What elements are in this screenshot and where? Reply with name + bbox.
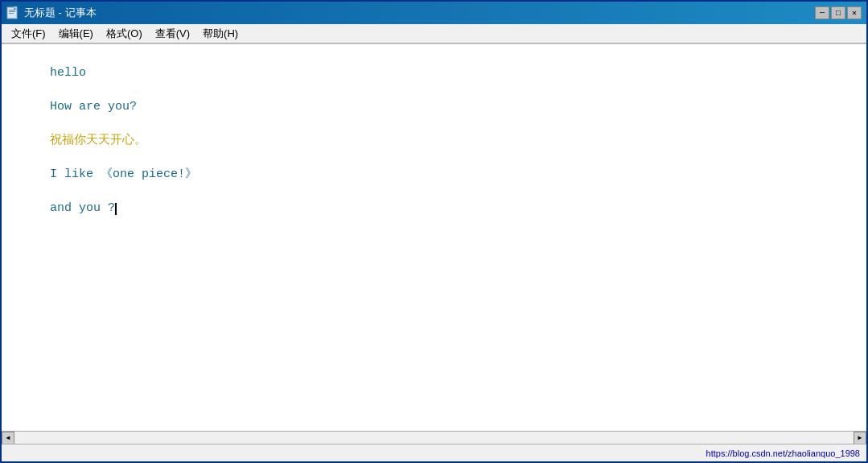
notepad-window: 无标题 - 记事本 ─ □ ✕ 文件(F) 编辑(E) 格式(O) 查看(V) …	[0, 0, 868, 463]
maximize-button[interactable]: □	[831, 6, 845, 19]
editor-area[interactable]: hello How are you? 祝福你天天开心。 I like 《one …	[2, 43, 866, 431]
scroll-right-button[interactable]: ▶	[854, 432, 866, 444]
scroll-left-button[interactable]: ◀	[2, 432, 14, 444]
editor-line-4: I like 《one piece!》	[50, 167, 197, 181]
menu-edit[interactable]: 编辑(E)	[52, 25, 100, 43]
status-url: https://blog.csdn.net/zhaolianquo_1998	[706, 449, 860, 458]
app-icon	[6, 6, 19, 19]
menu-help[interactable]: 帮助(H)	[196, 25, 245, 43]
horizontal-scrollbar[interactable]: ◀ ▶	[2, 431, 866, 444]
editor-line-3: 祝福你天天开心。	[50, 134, 146, 147]
menu-format[interactable]: 格式(O)	[100, 25, 149, 43]
window-controls: ─ □ ✕	[815, 6, 862, 19]
title-bar: 无标题 - 记事本 ─ □ ✕	[2, 2, 866, 24]
close-button[interactable]: ✕	[847, 6, 862, 19]
editor-line-5: and you ?	[50, 201, 115, 215]
svg-rect-2	[9, 11, 15, 12]
svg-rect-3	[9, 13, 14, 14]
status-bar: https://blog.csdn.net/zhaolianquo_1998	[2, 444, 866, 461]
svg-rect-1	[9, 10, 15, 10]
minimize-button[interactable]: ─	[815, 6, 829, 19]
menu-view[interactable]: 查看(V)	[149, 25, 196, 43]
editor-line-2: How are you?	[50, 100, 137, 114]
editor-content[interactable]: hello How are you? 祝福你天天开心。 I like 《one …	[6, 48, 862, 428]
text-cursor	[115, 203, 117, 215]
menu-bar: 文件(F) 编辑(E) 格式(O) 查看(V) 帮助(H)	[2, 24, 866, 43]
editor-line-1: hello	[50, 66, 86, 80]
window-title: 无标题 - 记事本	[24, 6, 810, 20]
menu-file[interactable]: 文件(F)	[5, 25, 52, 43]
